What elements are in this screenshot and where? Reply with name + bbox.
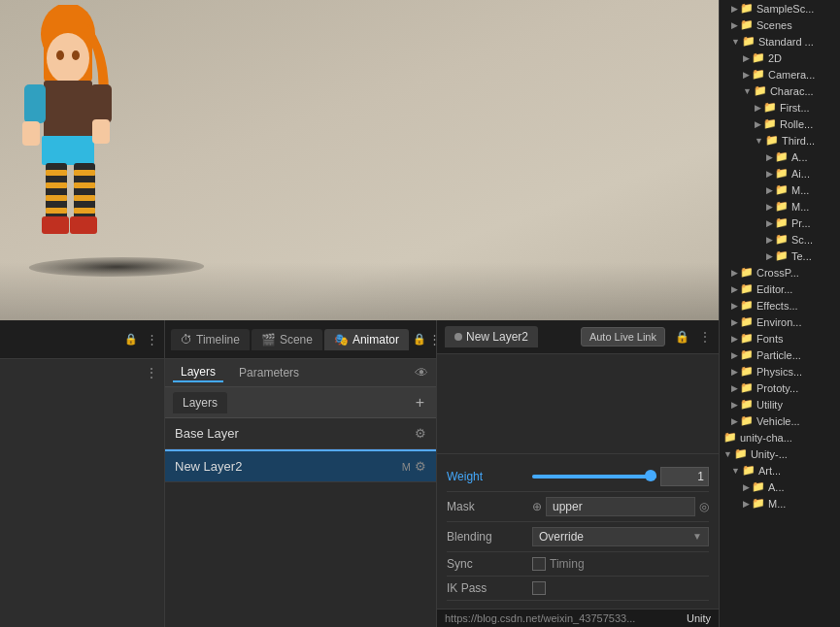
folder-icon: 📁 [740, 18, 754, 31]
tree-item[interactable]: ▶ 📁 Rolle... [720, 116, 840, 132]
left-panel-dots-button[interactable]: ⋮ [143, 365, 160, 380]
new-layer2-gear-icon[interactable]: ⚙ [415, 459, 426, 474]
svg-point-3 [56, 50, 64, 60]
animator-subtabs: Layers Parameters 👁 [165, 359, 436, 387]
add-layer-button[interactable]: + [412, 394, 428, 412]
tree-item[interactable]: ▼ 📁 Charac... [720, 82, 840, 99]
weight-input[interactable] [660, 467, 709, 486]
tree-arrow: ▶ [731, 416, 738, 426]
tab-animator[interactable]: 🎭 Animator [324, 329, 409, 350]
tree-item[interactable]: ▶ 📁 Prototy... [720, 380, 840, 396]
svg-rect-10 [92, 119, 110, 144]
tree-item[interactable]: ▶ 📁 First... [720, 99, 840, 116]
weight-slider[interactable] [532, 475, 656, 478]
eye-icon[interactable]: 👁 [415, 365, 428, 380]
tree-label: Pr... [791, 217, 811, 229]
panel-tabs: ⏱ Timeline 🎬 Scene 🎭 Animator 🔒 ⋮ [165, 320, 436, 359]
folder-icon: 📁 [752, 480, 765, 493]
new-layer2-name: New Layer2 [175, 459, 402, 474]
prop-tab-dot [454, 333, 462, 341]
folder-icon: 📁 [775, 233, 789, 246]
tree-item[interactable]: ▶ 📁 Fonts [720, 330, 840, 346]
prop-tab-label: New Layer2 [466, 330, 528, 344]
folder-icon: 📁 [740, 266, 754, 279]
tree-item[interactable]: ▶ 📁 Vehicle... [720, 412, 840, 429]
tree-item[interactable]: ▼ 📁 Unity-... [720, 446, 840, 462]
mask-value-area: ⊕ upper ◎ [532, 497, 709, 516]
weight-row: Weight [447, 462, 709, 492]
unity-label: Unity [687, 612, 711, 624]
tree-arrow: ▶ [731, 367, 738, 377]
file-tree-sidebar: ▶ 📁 SampleSc... ▶ 📁 Scenes ▼ 📁 Standard … [719, 0, 840, 627]
tab-scene[interactable]: 🎬 Scene [252, 329, 322, 350]
tree-item[interactable]: ▶ 📁 Particle... [720, 346, 840, 363]
tree-item[interactable]: ▶ 📁 Pr... [720, 214, 840, 231]
tree-item[interactable]: ▼ 📁 Art... [720, 462, 840, 478]
base-layer-gear-icon[interactable]: ⚙ [415, 426, 426, 441]
lock-icon: 🔒 [124, 333, 138, 346]
mask-value[interactable]: upper [546, 497, 695, 516]
svg-rect-17 [74, 170, 95, 176]
weight-value-area [532, 467, 709, 486]
tree-arrow: ▶ [766, 251, 773, 261]
tree-item[interactable]: ▶ 📁 A... [720, 478, 840, 495]
tree-item[interactable]: ▶ 📁 2D [720, 50, 840, 66]
auto-live-link-button[interactable]: Auto Live Link [581, 327, 665, 346]
tree-item[interactable]: ▶ 📁 M... [720, 495, 840, 512]
layer-tab-name: Layers [173, 392, 227, 413]
folder-icon: 📁 [742, 464, 756, 477]
folder-icon: 📁 [740, 365, 754, 378]
tree-label: A... [791, 151, 808, 163]
tree-item[interactable]: ▶ 📁 Sc... [720, 231, 840, 248]
blending-value-area: Override ▼ [532, 527, 709, 546]
tree-item[interactable]: ▶ 📁 CrossP... [720, 264, 840, 280]
tree-label: Standard ... [758, 36, 814, 48]
new-layer2-item[interactable]: New Layer2 M ⚙ [165, 451, 436, 482]
tree-item[interactable]: ▶ 📁 Camera... [720, 66, 840, 82]
tree-label: Unity-... [751, 448, 788, 460]
tree-item[interactable]: ▶ 📁 Physics... [720, 363, 840, 380]
svg-rect-18 [74, 182, 95, 188]
tree-item[interactable]: ▶ 📁 Utility [720, 396, 840, 412]
tree-arrow: ▶ [731, 350, 738, 360]
tree-item[interactable]: ▶ 📁 Scenes [720, 16, 840, 33]
tree-item[interactable]: ▶ 📁 M... [720, 198, 840, 214]
folder-icon: 📁 [775, 249, 789, 262]
folder-icon: 📁 [740, 299, 754, 312]
folder-icon: 📁 [775, 183, 789, 196]
tree-label: Particle... [756, 349, 801, 361]
tree-arrow: ▶ [743, 53, 750, 63]
tree-item[interactable]: ▶ 📁 Te... [720, 248, 840, 264]
subtab-layers[interactable]: Layers [173, 363, 223, 382]
base-layer-item[interactable]: Base Layer ⚙ [165, 418, 436, 449]
tree-label: Fonts [756, 333, 784, 345]
tree-item[interactable]: ▶ 📁 Environ... [720, 314, 840, 330]
mask-picker-icon[interactable]: ◎ [699, 500, 709, 513]
tree-item[interactable]: ▼ 📁 Standard ... [720, 33, 840, 50]
prop-tab-new-layer2[interactable]: New Layer2 [445, 326, 538, 347]
tree-item[interactable]: ▶ 📁 M... [720, 182, 840, 198]
blending-dropdown-arrow: ▼ [692, 531, 702, 542]
ik-pass-checkbox[interactable] [532, 581, 546, 595]
tree-arrow: ▶ [766, 218, 773, 228]
tree-item[interactable]: ▶ 📁 Editor... [720, 280, 840, 297]
blending-value[interactable]: Override ▼ [532, 527, 709, 546]
tree-item[interactable]: ▶ 📁 Ai... [720, 165, 840, 182]
tree-label: 2D [768, 52, 782, 64]
sync-checkbox[interactable] [532, 557, 546, 571]
tree-label: unity-cha... [740, 432, 792, 444]
tree-item[interactable]: 📁 unity-cha... [720, 429, 840, 446]
sync-label: Sync [447, 557, 524, 571]
prop-fields: Weight Mask ⊕ [437, 454, 719, 609]
status-bar: https://blog.csdn.net/weixin_43757533...… [437, 609, 719, 627]
left-panel: 🔒 ⋮ ⋮ [0, 320, 165, 627]
timeline-icon: ⏱ [181, 333, 192, 346]
tree-item[interactable]: ▶ 📁 SampleSc... [720, 0, 840, 16]
tree-item[interactable]: ▼ 📁 Third... [720, 132, 840, 148]
tree-item[interactable]: ▶ 📁 A... [720, 148, 840, 165]
tab-timeline[interactable]: ⏱ Timeline [171, 329, 250, 350]
subtab-parameters[interactable]: Parameters [231, 364, 307, 381]
tree-label: CrossP... [756, 267, 799, 279]
folder-icon: 📁 [775, 167, 789, 180]
tree-item[interactable]: ▶ 📁 Effects... [720, 297, 840, 314]
